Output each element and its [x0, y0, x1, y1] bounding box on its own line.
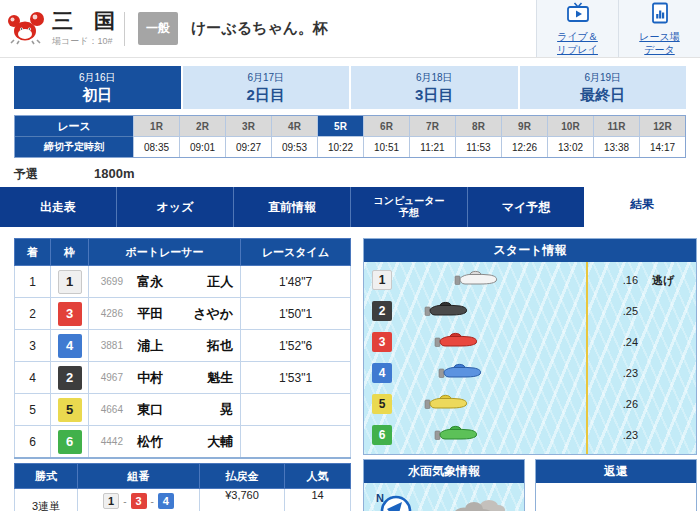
- stadium-data-link[interactable]: レース場 データ: [618, 0, 700, 57]
- results-table: 着 枠 ボートレーサー レースタイム 1 1 3699 富永正人 1'48"7 …: [14, 238, 351, 459]
- start-timing: .25: [602, 305, 638, 317]
- lane-badge-1: 1: [372, 270, 392, 290]
- race-time-5r: 10:22: [318, 137, 363, 157]
- date-tab-day3[interactable]: 6月18日 3日目: [351, 66, 518, 109]
- result-row-5: 5 5 4664 東口晃: [15, 394, 351, 426]
- weather-panel: 水面気象情報 N: [363, 459, 525, 511]
- race-col-3r: 3R 09:27: [225, 116, 271, 157]
- main-content: 着 枠 ボートレーサー レースタイム 1 1 3699 富永正人 1'48"7 …: [14, 238, 686, 511]
- venue-code: 場コード：10#: [52, 35, 115, 48]
- race-row-label: レース: [15, 116, 133, 136]
- tab-odds[interactable]: オッズ: [116, 187, 233, 227]
- start-info-title: スタート情報: [364, 239, 696, 262]
- start-info-panel: スタート情報 1 .16 逃げ 2: [363, 238, 697, 455]
- lane-badge-6: 6: [372, 425, 392, 445]
- race-tab-8r[interactable]: 8R: [456, 116, 501, 137]
- racetime-cell: 1'53"1: [241, 362, 351, 394]
- race-time-1r: 08:35: [134, 137, 179, 157]
- race-tab-9r[interactable]: 9R: [502, 116, 547, 137]
- start-timing: .23: [602, 367, 638, 379]
- svg-text:N: N: [376, 492, 384, 504]
- frame-cell: 2: [51, 362, 89, 394]
- tab-my-forecast[interactable]: マイ予想: [467, 187, 584, 227]
- chart-document-icon: [649, 2, 671, 28]
- date-tab-day2[interactable]: 6月17日 2日目: [183, 66, 350, 109]
- grade-badge: 一般: [138, 12, 178, 45]
- racetime-cell: 1'52"6: [241, 330, 351, 362]
- right-column: スタート情報 1 .16 逃げ 2: [363, 238, 697, 511]
- race-nav-tabs: 出走表 オッズ 直前情報 コンピューター 予想 マイ予想 結果: [0, 187, 700, 227]
- race-time-7r: 11:21: [410, 137, 455, 157]
- tab-latest-info[interactable]: 直前情報: [233, 187, 350, 227]
- racer-cell: 3881 浦上拓也: [89, 330, 241, 362]
- refund-body: [536, 483, 696, 511]
- boat-icon-3: [434, 331, 478, 352]
- combination-cell: 1 - 3 - 4: [78, 489, 200, 511]
- col-racer: ボートレーサー: [89, 239, 241, 266]
- race-tab-6r[interactable]: 6R: [364, 116, 409, 137]
- race-tab-7r[interactable]: 7R: [410, 116, 455, 137]
- race-tab-10r[interactable]: 10R: [548, 116, 593, 137]
- race-tab-1r[interactable]: 1R: [134, 116, 179, 137]
- race-tab-12r[interactable]: 12R: [640, 116, 685, 137]
- header-divider: [124, 12, 125, 46]
- frame-badge-2: 2: [58, 366, 82, 390]
- place-cell: 1: [15, 266, 51, 298]
- race-tab-3r[interactable]: 3R: [226, 116, 271, 137]
- header-links: ライブ＆ リプレイ レース場 データ: [536, 0, 700, 57]
- racetime-cell: [241, 394, 351, 426]
- result-row-4: 4 2 4967 中村魁生 1'53"1: [15, 362, 351, 394]
- date-tab-final[interactable]: 6月19日 最終日: [520, 66, 687, 109]
- tab-computer-forecast[interactable]: コンピューター 予想: [350, 187, 467, 227]
- boat-icon-4: [438, 362, 482, 383]
- start-timing: .26: [602, 398, 638, 410]
- live-replay-link[interactable]: ライブ＆ リプレイ: [536, 0, 618, 57]
- frame-cell: 5: [51, 394, 89, 426]
- race-col-1r: 1R 08:35: [133, 116, 179, 157]
- col-popularity: 人気: [285, 464, 351, 489]
- venue-name: 三 国: [52, 10, 115, 31]
- race-tab-11r[interactable]: 11R: [594, 116, 639, 137]
- combo-frame-4: 4: [158, 493, 174, 509]
- race-time-6r: 10:51: [364, 137, 409, 157]
- date-tab-day1[interactable]: 6月16日 初日: [14, 66, 181, 109]
- venue-mascot-icon: [6, 11, 46, 49]
- race-col-11r: 11R 13:38: [593, 116, 639, 157]
- race-tab-2r[interactable]: 2R: [180, 116, 225, 137]
- race-info-line: 予選 1800m: [14, 166, 686, 183]
- results-header-row: 着 枠 ボートレーサー レースタイム: [15, 239, 351, 266]
- weather-title: 水面気象情報: [364, 460, 524, 483]
- frame-badge-5: 5: [58, 398, 82, 422]
- race-time-10r: 13:02: [548, 137, 593, 157]
- race-tab-5r[interactable]: 5R: [318, 116, 363, 137]
- race-grade: 予選: [14, 166, 94, 183]
- race-col-7r: 7R 11:21: [409, 116, 455, 157]
- race-time-2r: 09:01: [180, 137, 225, 157]
- racer-cell: 4442 松竹大輔: [89, 426, 241, 459]
- race-time-4r: 09:53: [272, 137, 317, 157]
- col-time: レースタイム: [241, 239, 351, 266]
- race-col-10r: 10R 13:02: [547, 116, 593, 157]
- lane-badge-2: 2: [372, 301, 392, 321]
- combo-frame-1: 1: [103, 493, 119, 509]
- start-lane-1: 1 .16 逃げ: [364, 264, 696, 295]
- start-timing: .23: [602, 429, 638, 441]
- lane-badge-5: 5: [372, 394, 392, 414]
- start-timing: .24: [602, 336, 638, 348]
- payout-amount: ¥3,760: [200, 489, 285, 511]
- race-tab-4r[interactable]: 4R: [272, 116, 317, 137]
- bet-type: 3連単: [15, 489, 78, 511]
- lane-badge-3: 3: [372, 332, 392, 352]
- race-col-6r: 6R 10:51: [363, 116, 409, 157]
- boat-icon-6: [434, 424, 478, 445]
- boat-icon-5: [424, 393, 468, 414]
- frame-badge-4: 4: [58, 334, 82, 358]
- race-time-9r: 12:26: [502, 137, 547, 157]
- start-lane-2: 2 .25: [364, 295, 696, 326]
- tab-result[interactable]: 結果: [584, 182, 700, 227]
- start-timing: .16: [602, 274, 638, 286]
- racetime-cell: [241, 426, 351, 459]
- frame-cell: 3: [51, 298, 89, 330]
- tab-entries[interactable]: 出走表: [0, 187, 116, 227]
- payout-row-trifecta: 3連単 1 - 3 - 4 ¥3,760 14: [15, 489, 351, 511]
